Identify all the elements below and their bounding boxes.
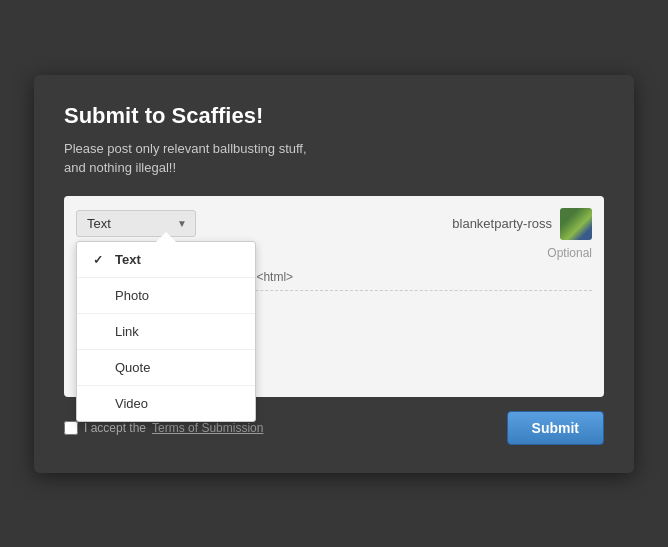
modal-overlay: Submit to Scaffies! Please post only rel…	[0, 0, 668, 547]
terms-checkbox[interactable]	[64, 421, 78, 435]
dropdown-wrapper: Text ▼ ✓ Text Photo	[76, 210, 196, 237]
dropdown-item-video[interactable]: Video	[77, 386, 255, 421]
checkbox-label: I accept the	[84, 421, 146, 435]
caret-up-icon	[156, 232, 176, 242]
dropdown-item-link[interactable]: Link	[77, 314, 255, 350]
user-info: blanketparty-ross	[452, 208, 592, 240]
submit-button[interactable]: Submit	[507, 411, 604, 445]
terms-row: I accept the Terms of Submission	[64, 421, 263, 435]
modal-title: Submit to Scaffies!	[64, 103, 604, 129]
terms-link[interactable]: Terms of Submission	[152, 421, 263, 435]
dropdown-button[interactable]: Text ▼	[76, 210, 196, 237]
dropdown-item-quote[interactable]: Quote	[77, 350, 255, 386]
dropdown-menu: ✓ Text Photo Link Quo	[76, 241, 256, 422]
username-label: blanketparty-ross	[452, 216, 552, 231]
modal: Submit to Scaffies! Please post only rel…	[34, 75, 634, 473]
form-area: Text ▼ ✓ Text Photo	[64, 196, 604, 397]
dropdown-arrow-icon: ▼	[177, 218, 187, 229]
top-row: Text ▼ ✓ Text Photo	[76, 208, 592, 240]
modal-subtitle: Please post only relevant ballbusting st…	[64, 139, 604, 178]
checkmark-icon: ✓	[93, 253, 107, 267]
dropdown-selected-label: Text	[87, 216, 111, 231]
dropdown-item-photo[interactable]: Photo	[77, 278, 255, 314]
toolbar-html-button[interactable]: <html>	[252, 268, 297, 286]
avatar	[560, 208, 592, 240]
dropdown-item-text[interactable]: ✓ Text	[77, 242, 255, 278]
